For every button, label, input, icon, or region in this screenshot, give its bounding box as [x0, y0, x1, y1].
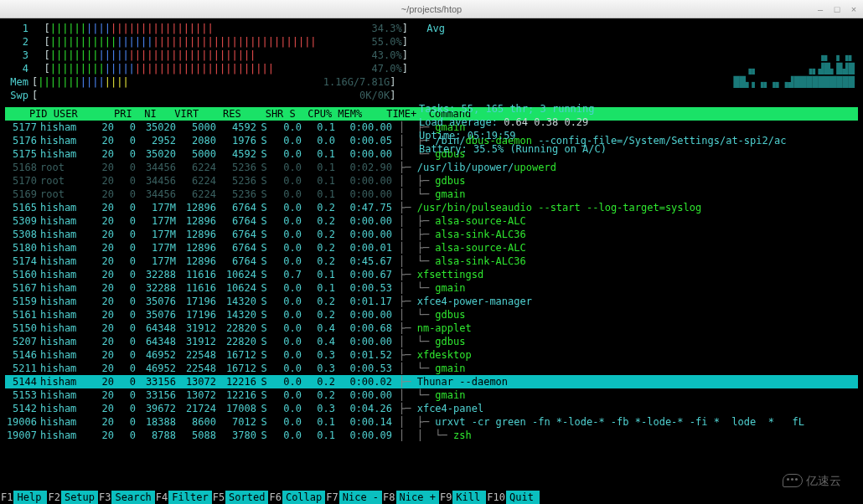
- ascii-graph: ▗▖ ▖▗▖ ▗▖ ▗▖▟█▖█▟█ ██▖▖▗▖▗▖▗▟██████████: [734, 49, 855, 89]
- cpu-meters: 1 [|||||||||||||||||||||||||||34.3%] Avg…: [5, 22, 858, 75]
- window-maximize-icon[interactable]: □: [831, 3, 843, 16]
- fkey-F5[interactable]: F5Sorted: [212, 491, 269, 504]
- process-list[interactable]: 5177hisham2003502050004592S0.00.10:00.00…: [5, 121, 858, 442]
- fkey-F8[interactable]: F8Nice +: [382, 491, 439, 504]
- window-close-icon[interactable]: ×: [848, 3, 860, 16]
- speech-bubble-icon: [783, 474, 803, 487]
- avg-label: Avg: [415, 22, 445, 35]
- loadavg-row: Load average: 0.64 0.38 0.29: [419, 116, 607, 129]
- process-row[interactable]: 5146hisham200469522254816712S0.00.30:01.…: [5, 348, 858, 362]
- process-row[interactable]: 5170root2003445662245236S0.00.10:00.00│ …: [5, 174, 858, 188]
- watermark: 亿速云: [783, 474, 841, 487]
- process-row[interactable]: 5211hisham200469522254816712S0.00.30:00.…: [5, 362, 858, 375]
- tasks-row: Tasks: 55, 165 thr; 3 running: [419, 102, 607, 116]
- fkey-F1[interactable]: F1Help: [0, 491, 47, 504]
- fkey-F3[interactable]: F3Search: [98, 491, 155, 504]
- process-row[interactable]: 5142hisham200396722172417008S0.00.30:04.…: [5, 402, 858, 415]
- process-row[interactable]: 5161hisham200350761719614320S0.00.20:00.…: [5, 308, 858, 321]
- fkey-F2[interactable]: F2Setup: [47, 491, 98, 504]
- fkey-F4[interactable]: F4Filter: [155, 491, 212, 504]
- process-row[interactable]: 5160hisham200322881161610624S0.70.10:00.…: [5, 268, 858, 281]
- process-row[interactable]: 5150hisham200643483191222820S0.00.40:00.…: [5, 321, 858, 335]
- fkey-F9[interactable]: F9Kill: [439, 491, 486, 504]
- cpu-meter-2: 2 [|||||||||||||||||||||||||||||||||||||…: [5, 35, 858, 49]
- process-row[interactable]: 5169root2003445662245236S0.00.10:00.00│ …: [5, 188, 858, 201]
- mem-meter: Mem[|||||||||||||||1.16G/7.81G]Swp[0K/0K…: [5, 75, 858, 102]
- mem-meter-row: Mem[|||||||||||||||1.16G/7.81G]: [5, 75, 858, 89]
- process-row[interactable]: 5165hisham200177M128966764S0.00.20:47.75…: [5, 201, 858, 214]
- fkey-F10[interactable]: F10Quit: [486, 491, 540, 504]
- process-row[interactable]: 5180hisham200177M128966764S0.00.20:00.01…: [5, 241, 858, 255]
- process-row[interactable]: 5174hisham200177M128966764S0.00.20:45.67…: [5, 255, 858, 268]
- process-row[interactable]: 5167hisham200322881161610624S0.00.10:00.…: [5, 281, 858, 295]
- process-row[interactable]: 5153hisham200331561307212216S0.00.20:00.…: [5, 388, 858, 402]
- fkey-F6[interactable]: F6Collap: [268, 491, 325, 504]
- process-row[interactable]: 5168root2003445662245236S0.00.10:02.90├─…: [5, 161, 858, 174]
- process-row[interactable]: 5159hisham200350761719614320S0.00.20:01.…: [5, 295, 858, 308]
- process-row[interactable]: 5144hisham200331561307212216S0.00.20:00.…: [5, 375, 858, 388]
- process-row[interactable]: 5308hisham200177M128966764S0.00.20:00.00…: [5, 228, 858, 241]
- battery-row: Battery: 35.5% (Running on A/C): [419, 142, 607, 156]
- window-title: ~/projects/htop: [401, 3, 462, 16]
- cpu-meter-1: 1 [|||||||||||||||||||||||||||34.3%] Avg: [5, 22, 858, 35]
- process-row[interactable]: 19006hisham2001838886007012S0.00.10:00.1…: [5, 415, 858, 429]
- fkey-F7[interactable]: F7Nice -: [325, 491, 382, 504]
- window-titlebar: ~/projects/htop – □ ×: [0, 0, 863, 18]
- process-row[interactable]: 5309hisham200177M128966764S0.00.20:00.00…: [5, 214, 858, 228]
- uptime-row: Uptime: 05:19:59: [419, 129, 607, 142]
- function-key-bar: F1HelpF2SetupF3SearchF4FilterF5SortedF6C…: [0, 491, 863, 504]
- process-row[interactable]: 5207hisham200643483191222820S0.00.40:00.…: [5, 335, 858, 348]
- terminal-area[interactable]: ▗▖ ▖▗▖ ▗▖ ▗▖▟█▖█▟█ ██▖▖▗▖▗▖▗▟██████████ …: [0, 18, 863, 504]
- process-row[interactable]: 19007hisham200878850883780S0.00.10:00.09…: [5, 429, 858, 442]
- swap-meter-row: Swp[0K/0K]: [5, 89, 858, 102]
- cpu-meter-4: 4 [|||||||||||||||||||||||||||||||||||||…: [5, 62, 858, 75]
- window-minimize-icon[interactable]: –: [814, 3, 826, 16]
- cpu-meter-3: 3 [||||||||||||||||||||||||||||||||||43.…: [5, 49, 858, 62]
